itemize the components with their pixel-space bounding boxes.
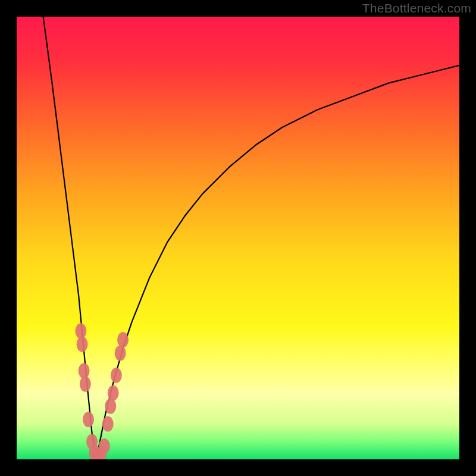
marker-point (105, 399, 116, 414)
plot-area (17, 17, 459, 459)
watermark-text: TheBottleneck.com (362, 1, 471, 15)
marker-point (117, 332, 129, 347)
marker-point (99, 439, 110, 454)
marker-point (115, 345, 126, 361)
marker-point (111, 368, 122, 383)
bottleneck-chart (17, 17, 459, 459)
chart-frame: TheBottleneck.com (0, 0, 476, 476)
gradient-background (17, 17, 459, 459)
marker-point (80, 377, 91, 392)
marker-point (79, 363, 90, 378)
marker-point (108, 385, 119, 400)
marker-point (102, 416, 114, 431)
marker-point (83, 412, 94, 427)
marker-point (75, 323, 86, 339)
marker-point (77, 337, 88, 352)
